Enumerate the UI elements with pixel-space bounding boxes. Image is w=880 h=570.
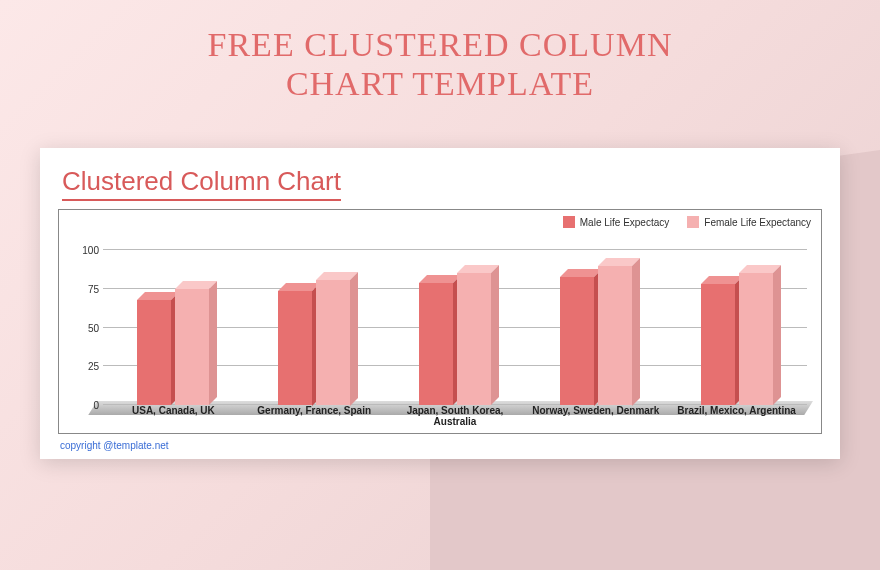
legend-label-female: Female Life Expectancy xyxy=(704,217,811,228)
x-axis-label: Japan, South Korea, Australia xyxy=(385,405,526,427)
bar-cluster xyxy=(114,289,234,405)
legend: Male Life Expectacy Female Life Expectan… xyxy=(563,216,811,228)
bar-cluster xyxy=(536,266,656,406)
legend-item-male: Male Life Expectacy xyxy=(563,216,670,228)
page-title-line1: FREE CLUSTERED COLUMN xyxy=(208,26,673,63)
y-tick-label: 25 xyxy=(71,361,99,372)
legend-swatch-male xyxy=(563,216,575,228)
x-axis-label: USA, Canada, UK xyxy=(103,405,244,427)
x-axis-label: Germany, France, Spain xyxy=(244,405,385,427)
copyright-text: copyright @template.net xyxy=(58,434,822,451)
bar-male xyxy=(137,300,171,405)
y-tick-label: 0 xyxy=(71,400,99,411)
x-axis-labels: USA, Canada, UKGermany, France, SpainJap… xyxy=(103,405,807,427)
bar-female xyxy=(598,266,632,406)
page-title: FREE CLUSTERED COLUMN CHART TEMPLATE xyxy=(0,0,880,103)
legend-label-male: Male Life Expectacy xyxy=(580,217,670,228)
y-tick-label: 100 xyxy=(71,245,99,256)
x-axis-label: Brazil, Mexico, Argentina xyxy=(666,405,807,427)
plot-area: 0255075100 xyxy=(103,250,807,405)
y-tick-label: 75 xyxy=(71,283,99,294)
bar-female xyxy=(457,273,491,405)
page-title-line2: CHART TEMPLATE xyxy=(286,65,594,102)
bar-cluster xyxy=(254,280,374,406)
chart-title: Clustered Column Chart xyxy=(62,166,341,201)
bar-male xyxy=(701,284,735,405)
bar-male xyxy=(278,291,312,406)
bar-female xyxy=(175,289,209,405)
x-axis-label: Norway, Sweden, Denmark xyxy=(525,405,666,427)
legend-item-female: Female Life Expectancy xyxy=(687,216,811,228)
chart-frame: Male Life Expectacy Female Life Expectan… xyxy=(58,209,822,434)
bar-cluster xyxy=(395,273,515,405)
bar-female xyxy=(316,280,350,406)
chart-card: Clustered Column Chart Male Life Expecta… xyxy=(40,148,840,459)
y-tick-label: 50 xyxy=(71,322,99,333)
bar-cluster xyxy=(677,273,797,405)
grid-line xyxy=(103,249,807,250)
bar-female xyxy=(739,273,773,405)
bar-male xyxy=(560,277,594,406)
bar-male xyxy=(419,283,453,405)
legend-swatch-female xyxy=(687,216,699,228)
